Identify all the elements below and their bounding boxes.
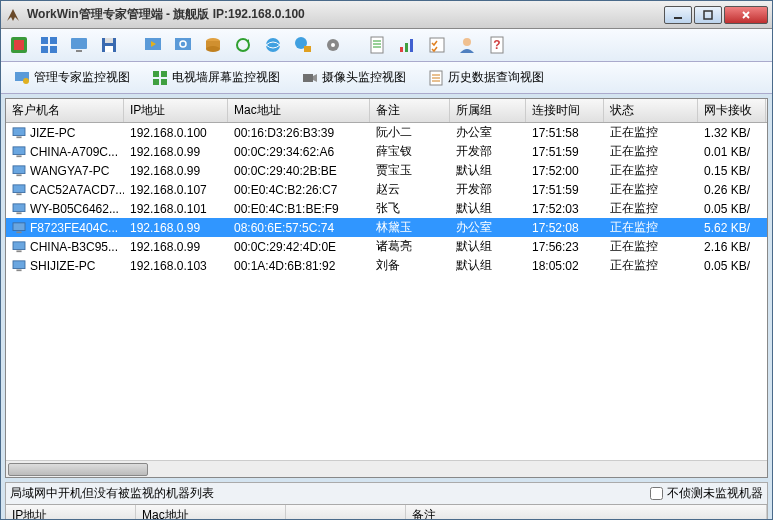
- svg-rect-50: [16, 155, 21, 157]
- svg-rect-8: [71, 38, 87, 49]
- close-button[interactable]: [724, 6, 768, 24]
- maximize-button[interactable]: [694, 6, 722, 24]
- tool-save-icon[interactable]: [97, 33, 121, 57]
- cell: 17:56:23: [526, 240, 604, 254]
- svg-point-19: [237, 39, 249, 51]
- cell: 00:0C:29:42:4D:0E: [228, 240, 370, 254]
- tab-expert-monitor[interactable]: 管理专家监控视图: [7, 66, 137, 89]
- scroll-thumb[interactable]: [8, 463, 148, 476]
- col-mac[interactable]: Mac地址: [228, 99, 370, 122]
- cell: 赵云: [370, 181, 450, 198]
- minimize-button[interactable]: [664, 6, 692, 24]
- checkbox-label: 不侦测未监视机器: [667, 485, 763, 502]
- cell: 正在监控: [604, 181, 698, 198]
- cell: 诸葛亮: [370, 238, 450, 255]
- tool-cycle-icon[interactable]: [231, 33, 255, 57]
- tool-desktop-icon[interactable]: [67, 33, 91, 57]
- col-status[interactable]: 状态: [604, 99, 698, 122]
- horizontal-scrollbar[interactable]: [6, 460, 767, 477]
- svg-rect-4: [41, 37, 48, 44]
- svg-rect-59: [13, 241, 25, 249]
- svg-rect-5: [50, 37, 57, 44]
- app-icon: [5, 7, 21, 23]
- cell: 08:60:6E:57:5C:74: [228, 221, 370, 235]
- cell: 默认组: [450, 200, 526, 217]
- cell: 0.15 KB/: [698, 164, 766, 178]
- cell: F8723FE404C...: [6, 221, 124, 235]
- table-row[interactable]: F8723FE404C...192.168.0.9908:60:6E:57:5C…: [6, 218, 767, 237]
- cell: 2.16 KB/: [698, 240, 766, 254]
- cell: 17:51:58: [526, 126, 604, 140]
- svg-rect-57: [13, 222, 25, 230]
- camera-icon: [302, 70, 318, 86]
- cell: 00:0C:29:40:2B:BE: [228, 164, 370, 178]
- tab-label: 摄像头监控视图: [322, 69, 406, 86]
- table-row[interactable]: SHIJIZE-PC192.168.0.10300:1A:4D:6B:81:92…: [6, 256, 767, 275]
- cell: CHINA-A709C...: [6, 145, 124, 159]
- svg-rect-62: [16, 269, 21, 271]
- table-row[interactable]: CHINA-A709C...192.168.0.9900:0C:29:34:62…: [6, 142, 767, 161]
- history-icon: [428, 70, 444, 86]
- table-row[interactable]: CAC52A7ACD7...192.168.0.10700:E0:4C:B2:2…: [6, 180, 767, 199]
- bcol-blank[interactable]: [286, 505, 406, 520]
- tool-globe-lock-icon[interactable]: [291, 33, 315, 57]
- svg-point-37: [23, 78, 29, 84]
- svg-text:?: ?: [493, 38, 500, 52]
- bcol-note[interactable]: 备注: [406, 505, 767, 520]
- svg-point-18: [206, 46, 220, 52]
- tool-help-icon[interactable]: ?: [485, 33, 509, 57]
- tool-gear-icon[interactable]: [321, 33, 345, 57]
- cell: 开发部: [450, 181, 526, 198]
- tool-monitor-play-icon[interactable]: [141, 33, 165, 57]
- col-note[interactable]: 备注: [370, 99, 450, 122]
- cell: 18:05:02: [526, 259, 604, 273]
- tvwall-icon: [152, 70, 168, 86]
- bcol-ip[interactable]: IP地址: [6, 505, 136, 520]
- table-row[interactable]: WANGYA7-PC192.168.0.9900:0C:29:40:2B:BE贾…: [6, 161, 767, 180]
- tool-disk-icon[interactable]: [201, 33, 225, 57]
- col-ip[interactable]: IP地址: [124, 99, 228, 122]
- cell: 正在监控: [604, 162, 698, 179]
- window-title: WorkWin管理专家管理端 - 旗舰版 IP:192.168.0.100: [27, 6, 664, 23]
- svg-rect-52: [16, 174, 21, 176]
- tool-monitor-search-icon[interactable]: [171, 33, 195, 57]
- tool-screens-icon[interactable]: [37, 33, 61, 57]
- table-row[interactable]: JIZE-PC192.168.0.10000:16:D3:26:B3:39阮小二…: [6, 123, 767, 142]
- title-bar: WorkWin管理专家管理端 - 旗舰版 IP:192.168.0.100: [1, 1, 772, 29]
- no-detect-input[interactable]: [650, 487, 663, 500]
- tool-bars-icon[interactable]: [395, 33, 419, 57]
- col-group[interactable]: 所属组: [450, 99, 526, 122]
- tool-checklist-icon[interactable]: [425, 33, 449, 57]
- cell: 192.168.0.99: [124, 240, 228, 254]
- svg-rect-42: [303, 74, 313, 82]
- tool-user-icon[interactable]: [455, 33, 479, 57]
- table-row[interactable]: WY-B05C6462...192.168.0.10100:E0:4C:B1:B…: [6, 199, 767, 218]
- cell: 5.62 KB/: [698, 221, 766, 235]
- col-client-name[interactable]: 客户机名: [6, 99, 124, 122]
- cell: 192.168.0.99: [124, 145, 228, 159]
- col-time[interactable]: 连接时间: [526, 99, 604, 122]
- no-detect-checkbox[interactable]: 不侦测未监视机器: [650, 485, 763, 502]
- svg-rect-0: [674, 17, 682, 19]
- cell: 0.05 KB/: [698, 202, 766, 216]
- svg-rect-58: [16, 231, 21, 233]
- tool-config-icon[interactable]: [7, 33, 31, 57]
- cell: 17:52:08: [526, 221, 604, 235]
- tool-globe-icon[interactable]: [261, 33, 285, 57]
- cell: 正在监控: [604, 219, 698, 236]
- bcol-mac[interactable]: Mac地址: [136, 505, 286, 520]
- tool-doc-icon[interactable]: [365, 33, 389, 57]
- main-toolbar: ?: [1, 29, 772, 62]
- cell: 林黛玉: [370, 219, 450, 236]
- table-row[interactable]: CHINA-B3C95...192.168.0.9900:0C:29:42:4D…: [6, 237, 767, 256]
- tab-camera[interactable]: 摄像头监控视图: [295, 66, 413, 89]
- cell: 00:1A:4D:6B:81:92: [228, 259, 370, 273]
- grid-header: 客户机名 IP地址 Mac地址 备注 所属组 连接时间 状态 网卡接收: [6, 99, 767, 123]
- svg-rect-7: [50, 46, 57, 53]
- cell: 默认组: [450, 257, 526, 274]
- tab-label: 管理专家监控视图: [34, 69, 130, 86]
- cell: 贾宝玉: [370, 162, 450, 179]
- tab-tvwall[interactable]: 电视墙屏幕监控视图: [145, 66, 287, 89]
- col-nic[interactable]: 网卡接收: [698, 99, 766, 122]
- tab-history[interactable]: 历史数据查询视图: [421, 66, 551, 89]
